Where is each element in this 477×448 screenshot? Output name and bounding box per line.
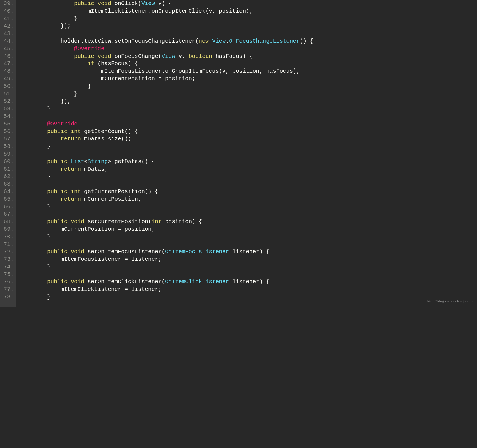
code-line[interactable]: return mDatas; — [20, 166, 477, 173]
line-number: 49. — [0, 75, 16, 83]
code-line[interactable]: } — [20, 173, 477, 180]
line-number: 75. — [0, 271, 16, 278]
line-number: 60. — [0, 158, 16, 166]
line-number: 61. — [0, 166, 16, 173]
code-line[interactable]: public void setOnItemClickListener(OnIte… — [20, 278, 477, 286]
token-kw: void — [71, 218, 84, 225]
token-plain: } — [20, 264, 51, 270]
code-line[interactable]: return mDatas.size(); — [20, 135, 477, 143]
token-plain: mCurrentPosition = position; — [20, 76, 195, 82]
code-line[interactable]: } — [20, 105, 477, 113]
line-number: 67. — [0, 211, 16, 218]
token-plain — [20, 196, 61, 202]
code-line[interactable] — [20, 211, 477, 218]
token-plain: > getDatas() { — [108, 158, 155, 165]
token-kw: if — [88, 60, 94, 67]
code-line[interactable]: } — [20, 293, 477, 301]
code-line[interactable]: mItemFocusListener = listener; — [20, 256, 477, 263]
line-number: 44. — [0, 38, 16, 45]
line-number: 71. — [0, 241, 16, 248]
code-line[interactable]: } — [20, 143, 477, 150]
token-type: String — [88, 158, 108, 165]
token-plain — [67, 158, 71, 165]
code-editor[interactable]: 39.40.41.42.43.44.45.46.47.48.49.50.51.5… — [0, 0, 477, 307]
code-area[interactable]: public void onClick(View v) { mItemClick… — [16, 0, 477, 307]
code-line[interactable] — [20, 113, 477, 120]
code-line[interactable]: public int getCurrentPosition() { — [20, 188, 477, 196]
token-plain: } — [20, 143, 51, 150]
code-line[interactable] — [20, 180, 477, 188]
line-number: 42. — [0, 22, 16, 30]
code-line[interactable] — [20, 271, 477, 278]
code-line[interactable]: public int getItemCount() { — [20, 128, 477, 136]
code-line[interactable]: } — [20, 263, 477, 271]
line-number: 46. — [0, 53, 16, 60]
code-line[interactable]: mCurrentPosition = position; — [20, 75, 477, 83]
token-anno: @Override — [74, 45, 104, 52]
code-line[interactable]: if (hasFocus) { — [20, 60, 477, 68]
code-line[interactable]: }); — [20, 98, 477, 105]
token-plain — [67, 278, 71, 285]
code-line[interactable]: } — [20, 203, 477, 211]
token-plain — [20, 45, 74, 52]
code-line[interactable]: public void setCurrentPosition(int posit… — [20, 218, 477, 226]
token-plain — [20, 188, 47, 195]
token-type: List — [71, 158, 84, 165]
token-kw: public — [47, 128, 67, 135]
token-plain: < — [84, 158, 88, 165]
code-line[interactable]: return mCurrentPosition; — [20, 196, 477, 203]
code-line[interactable]: } — [20, 83, 477, 90]
token-kw: boolean — [189, 53, 212, 60]
token-kw: int — [71, 188, 81, 195]
token-plain: setOnItemFocusListener( — [84, 248, 165, 255]
code-line[interactable]: mItemFocusListener.onGroupItemFocus(v, p… — [20, 68, 477, 75]
code-line[interactable]: @Override — [20, 45, 477, 53]
token-plain: setCurrentPosition( — [84, 218, 152, 225]
code-line[interactable]: }); — [20, 22, 477, 30]
line-number: 50. — [0, 83, 16, 90]
token-type: View — [212, 38, 226, 44]
code-line[interactable]: holder.textView.setOnFocusChangeListener… — [20, 38, 477, 45]
token-plain — [67, 248, 71, 255]
token-plain: . — [226, 38, 229, 44]
token-kw: public — [74, 0, 94, 7]
code-line[interactable] — [20, 241, 477, 248]
code-line[interactable]: public void onFocusChange(View v, boolea… — [20, 53, 477, 60]
line-number: 47. — [0, 60, 16, 68]
line-number: 66. — [0, 203, 16, 211]
token-plain: listener) { — [229, 278, 269, 285]
token-plain: onFocusChange( — [111, 53, 162, 60]
line-number: 58. — [0, 143, 16, 150]
code-line[interactable]: } — [20, 90, 477, 98]
token-anno: @Override — [47, 121, 77, 127]
code-line[interactable] — [20, 150, 477, 158]
token-kw: void — [71, 278, 84, 285]
token-plain: } — [20, 173, 51, 180]
line-number-gutter: 39.40.41.42.43.44.45.46.47.48.49.50.51.5… — [0, 0, 16, 307]
code-line[interactable]: } — [20, 233, 477, 241]
token-kw: public — [47, 248, 67, 255]
line-number: 74. — [0, 263, 16, 271]
line-number: 69. — [0, 226, 16, 233]
token-plain: getItemCount() { — [81, 128, 138, 135]
code-line[interactable]: public List<String> getDatas() { — [20, 158, 477, 166]
code-line[interactable] — [20, 30, 477, 38]
code-line[interactable]: public void onClick(View v) { — [20, 0, 477, 8]
code-line[interactable]: } — [20, 15, 477, 23]
token-kw: void — [98, 53, 111, 60]
code-line[interactable]: mItemClickListener = listener; — [20, 286, 477, 293]
token-kw: return — [61, 136, 81, 142]
token-plain — [20, 278, 47, 285]
code-line[interactable]: @Override — [20, 120, 477, 128]
token-plain: }); — [20, 23, 71, 29]
line-number: 68. — [0, 218, 16, 226]
token-kw: public — [47, 218, 67, 225]
token-plain: onClick( — [111, 0, 141, 7]
code-line[interactable]: mCurrentPosition = position; — [20, 226, 477, 233]
token-type: OnFocusChangeListener — [229, 38, 300, 44]
line-number: 51. — [0, 90, 16, 98]
code-line[interactable]: public void setOnItemFocusListener(OnIte… — [20, 248, 477, 256]
watermark-text: http://blog.csdn.net/hejjunlin — [427, 298, 474, 305]
line-number: 78. — [0, 293, 16, 301]
code-line[interactable]: mItemClickListener.onGroupItemClick(v, p… — [20, 8, 477, 15]
